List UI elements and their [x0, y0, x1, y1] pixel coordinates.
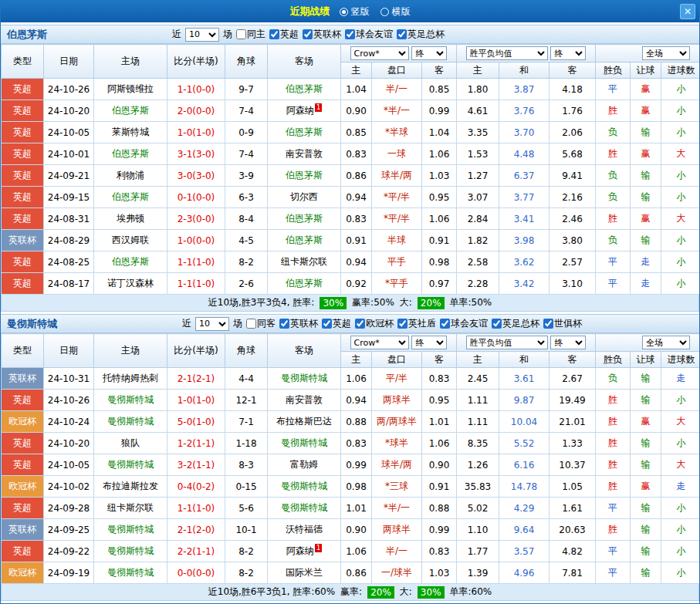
col-date: 日期 — [44, 334, 94, 368]
score-cell: 2-1(2-1) — [167, 368, 225, 390]
away-team-cell: 切尔西 — [268, 187, 341, 208]
league-filter-checkbox[interactable] — [440, 319, 450, 329]
league-filter[interactable]: 球会友谊 — [345, 28, 393, 41]
league-filter[interactable]: 英联杯 — [279, 317, 318, 330]
date-cell: 24-08-31 — [44, 208, 94, 230]
league-cell: 英超 — [2, 433, 44, 454]
same-side-filter[interactable]: 同主 — [236, 28, 265, 41]
handicap-result-cell: 赢 — [631, 476, 661, 498]
score-cell: 0-0(0-0) — [167, 562, 225, 584]
radio-label-text: 横版 — [392, 5, 411, 19]
league-filter-checkbox[interactable] — [397, 29, 407, 39]
layout-radio-vertical[interactable]: 竖版 — [340, 5, 370, 19]
home-team-cell: 伯恩茅斯 — [94, 251, 167, 273]
result-cell: 平 — [596, 498, 631, 519]
result-cell: 胜 — [596, 454, 631, 476]
eu-draw-odds: 4.96 — [499, 562, 550, 584]
league-filter-label: 英联杯 — [290, 317, 318, 330]
league-cell: 英超 — [2, 187, 44, 208]
league-filter[interactable]: 世俱杯 — [543, 317, 582, 330]
league-filter-checkbox[interactable] — [397, 319, 407, 329]
close-button[interactable]: ✕ — [680, 4, 695, 19]
ah-line: 球半/两 — [372, 454, 422, 476]
period-select[interactable]: 全场 — [642, 336, 690, 349]
asian-final-select[interactable]: 终 — [411, 336, 447, 349]
same-side-filter-checkbox[interactable] — [246, 319, 256, 329]
eu-home-odds: 2.28 — [457, 273, 499, 295]
team-label: 伯恩茅斯 — [112, 148, 149, 159]
away-team-cell: 阿森纳1 — [268, 541, 341, 562]
league-filter-checkbox[interactable] — [303, 29, 313, 39]
ah-away-odds: 1.06 — [422, 208, 457, 230]
result-cell: 胜 — [596, 208, 631, 230]
games-label: 场 — [223, 28, 232, 41]
ah-line: 半/一 — [372, 541, 422, 562]
ah-away-odds: 0.97 — [422, 273, 457, 295]
away-team-cell: 伯恩茅斯 — [268, 208, 341, 230]
league-cell: 英超 — [2, 273, 44, 295]
league-filter-checkbox[interactable] — [269, 29, 279, 39]
odds-company-select[interactable]: Crow* — [350, 336, 409, 349]
same-side-filter[interactable]: 同客 — [246, 317, 276, 330]
handicap-result-cell: 输 — [631, 390, 661, 411]
eu-away-odds: 19.49 — [550, 390, 596, 411]
league-filter-checkbox[interactable] — [279, 319, 289, 329]
europe-avg-select[interactable]: 胜平负均值 — [466, 336, 548, 349]
eu-draw-odds: 14.78 — [499, 476, 550, 498]
away-team-cell: 伯恩茅斯 — [268, 122, 341, 143]
col-ah-line: 盘口 — [372, 62, 422, 79]
same-side-filter-checkbox[interactable] — [236, 29, 246, 39]
league-filter-checkbox[interactable] — [322, 319, 332, 329]
league-filter[interactable]: 英足总杯 — [492, 317, 539, 330]
league-filter[interactable]: 英联杯 — [303, 28, 341, 41]
match-count-select[interactable]: 10 — [185, 28, 219, 42]
team-label: 诺丁汉森林 — [107, 278, 154, 289]
league-filter-checkbox[interactable] — [492, 319, 502, 329]
team-label: 利物浦 — [117, 170, 144, 181]
europe-final-select[interactable]: 终 — [550, 46, 586, 60]
col-date: 日期 — [44, 45, 94, 79]
eu-draw-odds: 3.41 — [499, 208, 550, 230]
ah-line: *球半 — [372, 433, 422, 454]
asian-final-select[interactable]: 终 — [411, 46, 447, 60]
team-label: 曼彻斯特城 — [281, 437, 327, 448]
league-filter[interactable]: 英社盾 — [397, 317, 436, 330]
team-label: 伯恩茅斯 — [286, 170, 323, 181]
team-label: 布拉迪斯拉发 — [103, 481, 158, 491]
home-team-cell: 利物浦 — [94, 165, 167, 187]
league-filter-checkbox[interactable] — [345, 29, 355, 39]
ah-home-odds: 0.86 — [341, 165, 372, 187]
handicap-result-cell: 输 — [631, 433, 661, 454]
league-cell: 英超 — [2, 143, 44, 165]
result-cell: 平 — [596, 562, 631, 584]
league-filter[interactable]: 欧冠杯 — [355, 317, 394, 330]
league-filter[interactable]: 球会友谊 — [440, 317, 488, 330]
odds-company-select[interactable]: Crow* — [350, 46, 409, 60]
eu-home-odds: 3.07 — [457, 187, 499, 208]
date-cell: 24-09-19 — [44, 562, 94, 584]
ah-line: 球半/两 — [372, 165, 422, 187]
league-filter-checkbox[interactable] — [543, 319, 553, 329]
league-filter-checkbox[interactable] — [355, 319, 365, 329]
europe-avg-select[interactable]: 胜平负均值 — [466, 46, 548, 60]
league-filter[interactable]: 英超 — [322, 317, 351, 330]
team-label: 曼彻斯特城 — [281, 502, 327, 513]
summary-text: 单率:60% — [450, 585, 492, 599]
corners-cell: 6-3 — [225, 187, 268, 208]
match-row: 英联杯24-09-25曼彻斯特城2-1(2-0)10-1沃特福德0.90两球半0… — [2, 519, 700, 541]
europe-final-select[interactable]: 终 — [550, 336, 586, 349]
eu-home-odds: 2.45 — [457, 368, 499, 390]
layout-radio-horizontal[interactable]: 横版 — [380, 5, 411, 19]
period-select[interactable]: 全场 — [642, 46, 690, 60]
date-cell: 24-10-31 — [44, 368, 94, 390]
league-filter[interactable]: 英足总杯 — [397, 28, 445, 41]
eu-home-odds: 2.84 — [457, 208, 499, 230]
eu-away-odds: 4.18 — [550, 79, 596, 100]
score-cell: 0-1(0-0) — [167, 187, 225, 208]
eu-away-odds: 1.76 — [550, 100, 596, 122]
matches-table: 类型 日期 主场 比分(半场) 角球 客场 Crow* 终 胜平负均值 终 — [1, 333, 700, 584]
league-filter[interactable]: 英超 — [269, 28, 299, 41]
league-cell: 英超 — [2, 79, 44, 100]
match-count-select[interactable]: 10 — [195, 317, 229, 331]
eu-draw-odds: 9.87 — [499, 390, 550, 411]
